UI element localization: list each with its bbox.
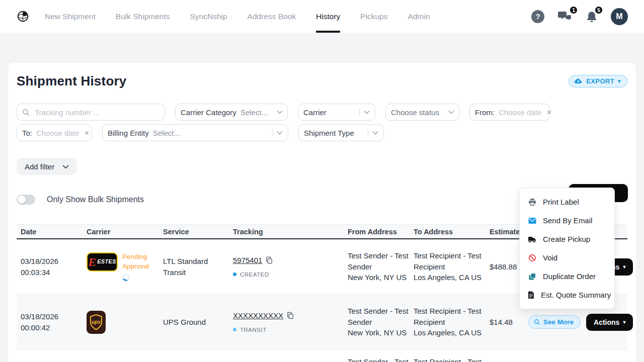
caret-down-icon: ▾	[623, 320, 625, 325]
nav-item-bulk-shipments[interactable]: Bulk Shipments	[116, 0, 170, 33]
caret-down-icon: ▾	[618, 78, 621, 84]
duplicate-icon	[528, 273, 536, 281]
to-address-name: Test Recipient - Test Recipient	[414, 356, 486, 362]
estimated-cost: $488.88	[486, 261, 522, 273]
page-title: Shipment History	[17, 73, 126, 89]
from-address-name: Test Sender - Test Sender	[348, 306, 410, 328]
menu-item-duplicate-order[interactable]: Duplicate Order	[520, 267, 614, 286]
magnifier-icon	[534, 319, 540, 325]
help-icon[interactable]: ?	[531, 10, 544, 23]
search-icon	[22, 109, 30, 116]
export-button[interactable]: EXPORT ▾	[569, 75, 627, 87]
loading-spinner	[121, 273, 131, 282]
service-name: LTL Standard Transit	[159, 256, 229, 278]
tracking-number-input[interactable]	[34, 108, 159, 117]
bulk-shipments-toggle[interactable]	[17, 195, 35, 205]
svg-text:ups: ups	[92, 319, 101, 325]
clear-from-date-icon[interactable]: ✕	[546, 109, 552, 116]
nav-item-pickups[interactable]: Pickups	[360, 0, 387, 33]
chevron-down-icon	[372, 131, 378, 135]
date-from-filter[interactable]: From: Choose date ✕	[469, 104, 550, 121]
filters-bar: Carrier Category Select... Carrier Choos…	[17, 104, 627, 141]
see-more-button[interactable]: See More	[528, 315, 581, 329]
shipment-time: 00:03:34	[21, 267, 83, 278]
notifications-button[interactable]: 5	[586, 10, 598, 23]
chevron-down-icon	[62, 164, 69, 169]
actions-dropdown-menu: Print Label Send By Email Create Pickup …	[519, 188, 615, 309]
to-address-name: Test Recipient - Test Recipient	[414, 250, 486, 273]
messages-button[interactable]: 1	[557, 10, 573, 23]
ups-carrier-logo: ups	[87, 311, 106, 334]
tracking-number-link[interactable]: 5975401	[233, 255, 262, 266]
col-header-tracking: Tracking	[229, 228, 344, 236]
nav-item-address-book[interactable]: Address Book	[248, 0, 296, 33]
chevron-down-icon	[277, 131, 283, 135]
copy-icon[interactable]	[287, 312, 294, 319]
from-address-name: Test Sender - Test Sender	[348, 356, 410, 362]
carrier-category-select[interactable]: Carrier Category Select...	[175, 104, 288, 121]
estimated-cost: $14.48	[486, 317, 522, 328]
col-header-to-address: To Address	[410, 228, 486, 236]
clear-to-date-icon[interactable]: ✕	[84, 129, 90, 137]
menu-item-void[interactable]: Void	[520, 248, 614, 267]
nav-item-new-shipment[interactable]: New Shipment	[45, 0, 96, 33]
notifications-badge: 5	[594, 6, 603, 15]
table-row: Test Sender - Test Sender Test Recipient…	[17, 350, 627, 362]
col-header-carrier: Carrier	[83, 228, 159, 236]
copy-icon[interactable]	[266, 256, 273, 264]
billing-entity-select[interactable]: Billing Entity Select...	[102, 124, 288, 141]
from-address-location: New York, NY US	[348, 327, 410, 338]
nav-item-syncnship[interactable]: SyncNship	[190, 0, 227, 33]
status-dot	[233, 328, 236, 331]
nav-right-icons: ? 1 5 M	[531, 0, 628, 33]
top-navigation: New Shipment Bulk Shipments SyncNship Ad…	[0, 0, 644, 33]
from-address-location: New York, NY US	[348, 272, 410, 283]
to-address-location: Los Angeles, CA US	[414, 272, 486, 283]
nav-item-admin[interactable]: Admin	[408, 0, 430, 33]
tracking-number-link[interactable]: XXXXXXXXXX	[233, 310, 283, 321]
to-address-location: Los Angeles, CA US	[414, 327, 486, 338]
chevron-down-icon	[448, 110, 454, 114]
printer-icon	[528, 198, 536, 206]
menu-item-send-by-email[interactable]: Send By Email	[520, 211, 614, 230]
user-avatar[interactable]: M	[611, 8, 628, 25]
cloud-download-icon	[574, 77, 583, 85]
status-select[interactable]: Choose status	[385, 104, 459, 121]
pickup-truck-icon	[528, 235, 536, 243]
envelope-icon	[528, 217, 536, 224]
primary-nav: New Shipment Bulk Shipments SyncNship Ad…	[45, 0, 430, 33]
chevron-down-icon	[277, 110, 283, 114]
document-icon	[528, 291, 534, 299]
col-header-estimated-cost: Estimated Cost	[486, 228, 522, 236]
date-to-filter[interactable]: To: Choose date ✕	[17, 124, 92, 141]
shipment-time: 00:00:42	[21, 322, 83, 333]
col-header-date: Date	[17, 228, 83, 236]
carrier-select[interactable]: Carrier	[298, 104, 375, 121]
globe-logo-icon	[16, 10, 30, 23]
menu-item-create-pickup[interactable]: Create Pickup	[520, 230, 614, 248]
shipment-type-select[interactable]: Shipment Type	[298, 124, 384, 141]
caret-down-icon: ▾	[623, 264, 625, 269]
shipment-date: 03/18/2026	[21, 311, 83, 322]
menu-item-print-label[interactable]: Print Label	[520, 193, 614, 211]
status-dot	[233, 273, 236, 276]
tracking-number-filter[interactable]	[17, 104, 165, 121]
menu-item-est-quote-summary[interactable]: Est. Quote Summary	[520, 286, 614, 304]
app-logo[interactable]	[16, 0, 30, 33]
add-filter-button[interactable]: Add filter	[17, 158, 77, 175]
shipment-date: 03/18/2026	[21, 256, 83, 267]
actions-button[interactable]: Actions ▾	[586, 314, 633, 331]
messages-badge: 1	[569, 6, 578, 15]
status-badge: CREATED	[240, 270, 269, 279]
void-icon	[528, 254, 536, 262]
col-header-from-address: From Address	[344, 228, 410, 236]
chevron-down-icon	[364, 110, 370, 114]
pending-approval-label: Pending Approval	[122, 252, 158, 270]
to-address-name: Test Recipient - Test Recipient	[414, 306, 486, 328]
nav-item-history[interactable]: History	[316, 0, 340, 33]
from-address-name: Test Sender - Test Sender	[348, 250, 410, 273]
service-name: UPS Ground	[159, 317, 229, 328]
col-header-service: Service	[159, 228, 229, 236]
bulk-toggle-label: Only Show Bulk Shipments	[47, 195, 144, 204]
estes-carrier-logo: E ESTES	[87, 252, 118, 272]
